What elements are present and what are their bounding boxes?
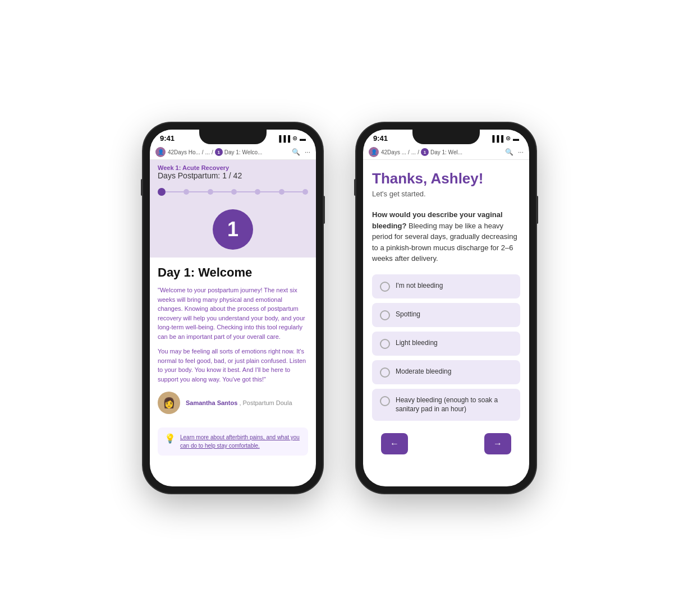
left-breadcrumb-badge: 1 [215, 148, 223, 156]
right-phone: 9:41 ▐▐▐ ⊛ ▬ 👤 42Days ... / ... / 1 Day … [356, 123, 536, 493]
progress-line-2 [189, 191, 207, 192]
left-breadcrumb-sep1: / [202, 149, 204, 155]
tip-text[interactable]: Learn more about afterbirth pains, and w… [180, 433, 301, 450]
right-breadcrumb-dots: ... [411, 149, 416, 155]
radio-circle-2 [380, 339, 390, 349]
left-breadcrumb-page: Day 1: Welco... [224, 149, 263, 155]
signal-icon: ▐▐▐ [277, 135, 290, 142]
left-time: 9:41 [160, 134, 175, 142]
progress-line-5 [260, 191, 278, 192]
left-status-bar: 9:41 ▐▐▐ ⊛ ▬ [150, 130, 316, 145]
radio-label-0: I'm not bleeding [396, 281, 443, 291]
week-label: Week 1: Acute Recovery [158, 164, 308, 171]
right-screen-content: Thanks, Ashley! Let's get started. How w… [363, 160, 529, 486]
quote-text: "Welcome to your postpartum journey! The… [158, 286, 308, 341]
left-menu-icon[interactable]: ··· [305, 148, 310, 156]
battery-icon: ▬ [300, 135, 306, 142]
radio-label-2: Light bleeding [396, 338, 438, 348]
question-text: How would you describe your vaginal blee… [372, 209, 520, 264]
days-label: Days Postpartum: 1 / 42 [158, 171, 308, 180]
phones-container: 9:41 ▐▐▐ ⊛ ▬ 👤 42Days Ho... / ... / 1 Da… [143, 123, 536, 493]
right-browser-bar[interactable]: 👤 42Days ... / ... / 1 Day 1: Wel... 🔍 ·… [363, 145, 529, 160]
tip-section[interactable]: 💡 Learn more about afterbirth pains, and… [158, 427, 308, 456]
day-circle: 1 [213, 209, 253, 250]
greeting-title: Thanks, Ashley! [372, 170, 520, 187]
left-search-icon[interactable]: 🔍 [292, 148, 300, 156]
left-breadcrumb-home: 42Days Ho... [168, 149, 200, 155]
week-header: Week 1: Acute Recovery Days Postpartum: … [150, 160, 316, 185]
right-wifi-icon: ⊛ [506, 135, 511, 142]
right-main-content: Thanks, Ashley! Let's get started. How w… [363, 160, 529, 472]
greeting-sub: Let's get started. [372, 190, 520, 198]
right-breadcrumb: 42Days ... / ... / 1 Day 1: Wel... [381, 148, 503, 156]
prog-dot-3 [208, 189, 213, 195]
progress-line-6 [285, 191, 302, 192]
right-breadcrumb-sep2: / [418, 149, 419, 155]
right-user-avatar: 👤 [369, 147, 379, 157]
prog-dot-5 [255, 189, 260, 195]
radio-circle-1 [380, 310, 390, 320]
right-browser-actions[interactable]: 🔍 ··· [505, 148, 524, 156]
prog-dot-6 [279, 189, 285, 195]
radio-option-0[interactable]: I'm not bleeding [372, 274, 520, 298]
progress-bar-section [150, 185, 316, 201]
day-circle-section: 1 [150, 201, 316, 258]
right-breadcrumb-page: Day 1: Wel... [430, 149, 462, 155]
right-breadcrumb-badge: 1 [421, 148, 429, 156]
back-button[interactable]: ← [381, 433, 408, 454]
left-browser-bar[interactable]: 👤 42Days Ho... / ... / 1 Day 1: Welco...… [150, 145, 316, 160]
right-breadcrumb-home: 42Days ... [381, 149, 406, 155]
right-status-bar: 9:41 ▐▐▐ ⊛ ▬ [363, 130, 529, 145]
right-search-icon[interactable]: 🔍 [505, 148, 513, 156]
radio-option-4[interactable]: Heavy bleeding (enough to soak a sanitar… [372, 389, 520, 421]
progress-line-1 [166, 191, 183, 192]
progress-line-4 [237, 191, 255, 192]
left-browser-actions[interactable]: 🔍 ··· [292, 148, 310, 156]
left-breadcrumb-sep2: / [212, 149, 213, 155]
right-notch [412, 130, 480, 144]
left-phone-screen: 9:41 ▐▐▐ ⊛ ▬ 👤 42Days Ho... / ... / 1 Da… [150, 130, 316, 486]
doula-role: , Postpartum Doula [239, 399, 292, 406]
right-signal-icon: ▐▐▐ [490, 135, 503, 142]
doula-info: Samantha Santos , Postpartum Doula [186, 399, 292, 406]
radio-option-1[interactable]: Spotting [372, 303, 520, 327]
radio-label-3: Moderate bleeding [396, 367, 451, 376]
right-time: 9:41 [373, 134, 388, 142]
wifi-icon: ⊛ [292, 135, 297, 142]
emotion-text: You may be feeling all sorts of emotions… [158, 347, 308, 384]
tip-icon: 💡 [164, 433, 176, 444]
prog-dot-4 [231, 189, 237, 195]
notch [199, 130, 267, 144]
left-breadcrumb: 42Days Ho... / ... / 1 Day 1: Welco... [168, 148, 290, 156]
radio-circle-3 [380, 367, 390, 378]
left-breadcrumb-dots: ... [205, 149, 210, 155]
progress-line-3 [213, 191, 231, 192]
left-user-avatar: 👤 [155, 147, 166, 157]
prog-dot-7 [302, 189, 308, 195]
left-status-icons: ▐▐▐ ⊛ ▬ [277, 135, 306, 142]
left-phone: 9:41 ▐▐▐ ⊛ ▬ 👤 42Days Ho... / ... / 1 Da… [143, 123, 323, 493]
right-breadcrumb-sep1: / [408, 149, 410, 155]
doula-section: 👩 Samantha Santos , Postpartum Doula [158, 392, 308, 420]
day-title: Day 1: Welcome [158, 265, 308, 280]
main-content: Day 1: Welcome "Welcome to your postpart… [150, 258, 316, 463]
right-menu-icon[interactable]: ··· [518, 148, 524, 156]
radio-label-1: Spotting [396, 310, 420, 319]
radio-options: I'm not bleeding Spotting Light bleeding… [372, 274, 520, 421]
right-battery-icon: ▬ [513, 135, 519, 142]
left-screen-content: Week 1: Acute Recovery Days Postpartum: … [150, 160, 316, 486]
doula-name: Samantha Santos [186, 399, 237, 406]
radio-option-3[interactable]: Moderate bleeding [372, 360, 520, 384]
right-status-icons: ▐▐▐ ⊛ ▬ [490, 135, 519, 142]
nav-buttons: ← → [372, 425, 520, 462]
radio-label-4: Heavy bleeding (enough to soak a sanitar… [396, 396, 512, 415]
radio-circle-0 [380, 282, 390, 292]
right-phone-screen: 9:41 ▐▐▐ ⊛ ▬ 👤 42Days ... / ... / 1 Day … [363, 130, 529, 486]
forward-button[interactable]: → [484, 433, 511, 454]
radio-option-2[interactable]: Light bleeding [372, 332, 520, 356]
progress-dots [158, 188, 308, 196]
radio-circle-4 [380, 396, 390, 406]
prog-dot-1 [158, 188, 166, 196]
doula-avatar: 👩 [158, 392, 180, 414]
prog-dot-2 [183, 189, 189, 195]
